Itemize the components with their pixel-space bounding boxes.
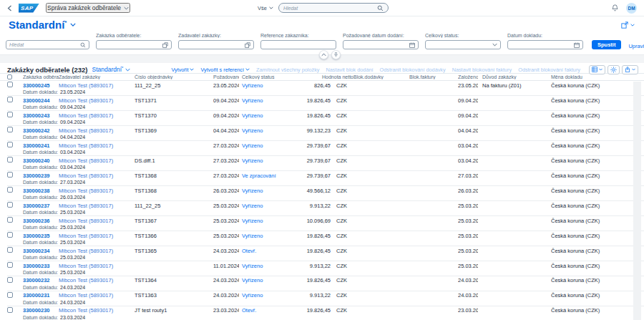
table-row[interactable]: 330000245 Mibcon Test (5893017) 111_22_2… — [7, 81, 644, 96]
row-checkbox[interactable] — [7, 172, 13, 178]
row-checkbox[interactable] — [7, 262, 13, 268]
overall-status[interactable]: Vyřízeno — [239, 203, 293, 209]
filter-value-input[interactable] — [99, 42, 162, 47]
user-avatar[interactable]: DM — [626, 3, 637, 14]
sold-to-party-link[interactable]: Mibcon Test (5893017) — [59, 173, 135, 179]
adapt-filters-button[interactable]: Upravit filtry — [628, 43, 644, 49]
row-checkbox[interactable] — [7, 142, 13, 147]
overall-status[interactable]: Vyřízeno — [239, 142, 293, 149]
row-checkbox[interactable] — [7, 112, 13, 117]
sales-order-link[interactable]: 330000237 — [23, 203, 59, 209]
table-row[interactable]: 330000244 Mibcon Test (5893017) TST1371 … — [7, 96, 644, 111]
notifications-button[interactable] — [612, 4, 618, 11]
filter-field-input[interactable] — [178, 40, 254, 49]
table-row[interactable]: 330000233 Mibcon Test (5893017) 11.01.20… — [7, 261, 644, 276]
row-checkbox[interactable] — [7, 187, 13, 193]
calendar-icon[interactable] — [409, 42, 415, 48]
sales-order-link[interactable]: 330000236 — [23, 218, 59, 224]
column-header[interactable]: Důvod zakázky — [478, 74, 551, 79]
table-row[interactable]: 330000236 Mibcon Test (5893017) TST1367 … — [7, 216, 644, 231]
table-row[interactable]: 330000240 Mibcon Test (5893017) DS.diff.… — [7, 156, 644, 171]
go-button[interactable]: Spustit — [592, 40, 621, 49]
overall-status[interactable]: Vyřízeno — [239, 277, 293, 283]
search-scope-select[interactable]: Vše — [258, 5, 273, 11]
row-checkbox[interactable] — [7, 247, 13, 253]
sales-order-link[interactable]: 330000233 — [23, 263, 59, 269]
filter-field-input[interactable] — [425, 40, 501, 49]
sales-order-link[interactable]: 330000235 — [23, 233, 59, 239]
sales-order-link[interactable]: 330000243 — [23, 112, 59, 119]
column-header[interactable]: Blok.faktury — [409, 74, 458, 79]
table-action-button[interactable]: Zamítnout všechny položky — [256, 67, 319, 73]
sold-to-party-link[interactable]: Mibcon Test (5893017) — [59, 263, 135, 269]
column-header[interactable]: Zadavatel zakázky — [59, 74, 135, 79]
collapse-header-button[interactable] — [319, 50, 328, 59]
table-action-button[interactable]: Odstranit blokování dodávky — [380, 67, 446, 73]
column-header[interactable]: Měna dokladu — [551, 74, 627, 79]
table-action-button[interactable]: Vytvořit — [171, 67, 194, 73]
filter-value-input[interactable] — [511, 42, 574, 47]
search-icon[interactable] — [80, 42, 86, 48]
sales-order-link[interactable]: 330000234 — [23, 248, 59, 254]
filter-value-input[interactable] — [429, 42, 492, 47]
sold-to-party-link[interactable]: Mibcon Test (5893017) — [59, 157, 135, 164]
sales-order-link[interactable]: 330000232 — [23, 277, 59, 283]
column-header[interactable]: Hodnota netto — [293, 74, 353, 79]
column-header[interactable]: Zakázka odběratele — [23, 74, 59, 79]
overall-status[interactable]: Vyřízeno — [239, 82, 293, 89]
row-checkbox[interactable] — [7, 97, 13, 102]
view-switch-button[interactable] — [589, 65, 605, 74]
overall-status[interactable]: Vyřízeno — [239, 233, 293, 239]
export-button[interactable] — [622, 65, 638, 74]
filter-field-input[interactable] — [260, 40, 336, 49]
row-checkbox[interactable] — [7, 82, 13, 87]
column-header[interactable]: Založeno dne — [458, 74, 478, 79]
table-row[interactable]: 330000230 Mibcon Test (5893017) JT test … — [7, 306, 644, 320]
row-checkbox[interactable] — [7, 157, 13, 163]
sold-to-party-link[interactable]: Mibcon Test (5893017) — [59, 277, 135, 283]
sales-order-link[interactable]: 330000238 — [23, 188, 59, 194]
table-row[interactable]: 330000235 Mibcon Test (5893017) TST1366 … — [7, 231, 644, 246]
column-header[interactable]: Číslo objednávky — [135, 74, 213, 79]
pin-header-button[interactable] — [331, 50, 341, 59]
sales-order-link[interactable]: 330000239 — [23, 173, 59, 179]
table-row[interactable]: 330000232 Mibcon Test (5893017) TST1364 … — [7, 276, 644, 291]
search-icon[interactable] — [377, 5, 384, 11]
table-action-button[interactable]: Nastavit blok dodání — [326, 67, 373, 73]
sold-to-party-link[interactable]: Mibcon Test (5893017) — [59, 82, 135, 89]
filter-field-input[interactable] — [343, 40, 419, 49]
sales-order-link[interactable]: 330000244 — [23, 97, 59, 104]
sales-order-link[interactable]: 330000241 — [23, 142, 59, 149]
row-checkbox[interactable] — [7, 307, 13, 313]
sold-to-party-link[interactable]: Mibcon Test (5893017) — [59, 292, 135, 299]
overall-status[interactable]: Vyřízeno — [239, 263, 293, 269]
app-title-menu[interactable]: Správa zakázek odběratele — [46, 3, 130, 13]
overall-status[interactable]: Otevř. — [239, 307, 293, 314]
calendar-icon[interactable] — [574, 42, 580, 48]
table-row[interactable]: 330000234 Mibcon Test (5893017) TST1365 … — [7, 246, 644, 261]
column-header[interactable]: Blok.dodávky — [353, 74, 409, 79]
sales-order-link[interactable]: 330000245 — [23, 82, 59, 89]
table-action-button[interactable]: Nastavit blokování faktury — [452, 67, 512, 73]
sales-order-link[interactable]: 330000230 — [23, 307, 59, 314]
share-button[interactable] — [621, 21, 635, 29]
vertical-scrollbar[interactable] — [633, 82, 641, 320]
table-action-button[interactable]: Vytvořit s referencí — [200, 67, 250, 73]
sold-to-party-link[interactable]: Mibcon Test (5893017) — [59, 142, 135, 149]
table-row[interactable]: 330000241 Mibcon Test (5893017) 27.03.20… — [7, 141, 644, 156]
overall-status[interactable]: Otevř. — [239, 248, 293, 254]
value-help-icon[interactable] — [162, 42, 168, 48]
table-row[interactable]: 330000239 Mibcon Test (5893017) TST1368 … — [7, 171, 644, 186]
table-action-button[interactable]: Odstranit blokování faktury — [518, 67, 580, 73]
sales-order-link[interactable]: 330000240 — [23, 157, 59, 164]
sold-to-party-link[interactable]: Mibcon Test (5893017) — [59, 248, 135, 254]
overall-status[interactable]: Ve zpracování — [239, 173, 293, 179]
filter-value-input[interactable] — [182, 42, 245, 47]
table-row[interactable]: 330000242 Mibcon Test (5893017) TST1369 … — [7, 126, 644, 141]
overall-status[interactable]: Vyřízeno — [239, 188, 293, 194]
sold-to-party-link[interactable]: Mibcon Test (5893017) — [59, 218, 135, 224]
table-row[interactable]: 330000237 Mibcon Test (5893017) 111_22_2… — [7, 201, 644, 216]
row-checkbox[interactable] — [7, 277, 13, 283]
value-help-icon[interactable] — [245, 42, 250, 48]
shell-search-input[interactable] — [283, 6, 377, 11]
